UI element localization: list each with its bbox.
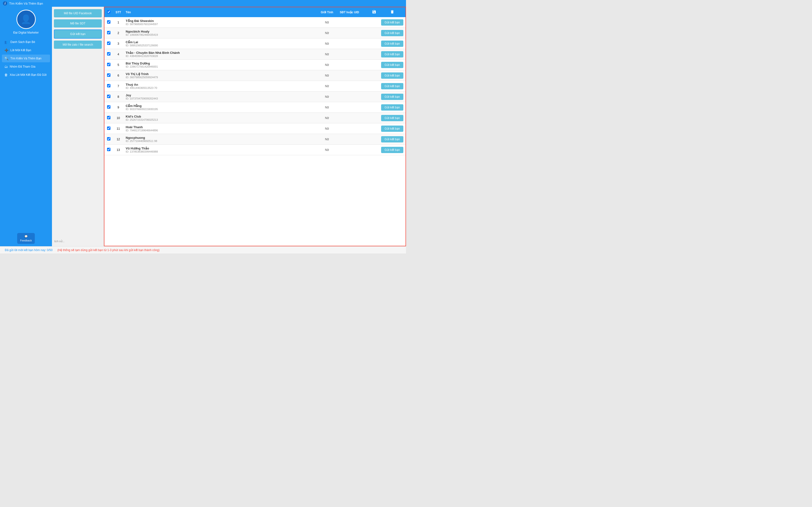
row-checkbox[interactable]: [107, 105, 110, 109]
row-name-cell: Cẩm Hằng ID: 9033766830215830195: [124, 102, 316, 113]
row-save-cell: [369, 145, 379, 155]
row-action-cell[interactable]: Gửi kết bạn: [379, 49, 406, 60]
row-checkbox-cell[interactable]: [104, 70, 113, 81]
open-sdt-button[interactable]: Mở file SDT: [54, 19, 102, 27]
send-friend-row-button[interactable]: Gửi kết bạn: [381, 51, 403, 57]
send-friend-row-button[interactable]: Gửi kết bạn: [381, 72, 403, 79]
table-wrapper[interactable]: STT Tên Giới Tính SĐT hoặc UID: [104, 7, 406, 246]
row-gender: Nữ: [316, 81, 338, 92]
sidebar-item-friends-list[interactable]: 👥 Danh Sách Bạn Bè: [2, 38, 50, 46]
sidebar-item-joined-groups[interactable]: 🗂 Nhóm Đã Tham Gia: [2, 63, 50, 70]
row-checkbox-cell[interactable]: [104, 28, 113, 38]
row-name-cell: Võ Thị Lệ Trinh ID: 3607985625059924479: [124, 70, 316, 81]
row-gender: Nữ: [316, 123, 338, 134]
row-checkbox-cell[interactable]: [104, 17, 113, 28]
row-action-cell[interactable]: Gửi kết bạn: [379, 38, 406, 49]
row-checkbox-cell[interactable]: [104, 113, 113, 123]
row-checkbox[interactable]: [107, 148, 110, 151]
row-sdt: [338, 92, 369, 102]
row-checkbox-cell[interactable]: [104, 49, 113, 60]
open-uid-button[interactable]: Mở file UID Facebook: [54, 9, 102, 17]
row-gender: Nữ: [316, 60, 338, 70]
row-action-cell[interactable]: Gửi kết bạn: [379, 81, 406, 92]
sidebar-item-find-friends[interactable]: 🔍 Tìm Kiếm Và Thêm Bạn: [2, 55, 50, 62]
sidebar-nav: 👥 Danh Sách Bạn Bè ➕ Lời Mời Kết Bạn 🔍 T…: [0, 38, 52, 79]
row-save-cell: [369, 60, 379, 70]
row-gender: Nữ: [316, 28, 338, 38]
row-uid: ID: 3607985625059924479: [126, 76, 314, 79]
friends-list-icon: 👥: [4, 40, 8, 44]
row-save-cell: [369, 17, 379, 28]
table-row: 2 Ngocbich Hoaly ID: 1060067962466435419…: [104, 28, 406, 38]
row-sdt: [338, 49, 369, 60]
row-action-cell[interactable]: Gửi kết bạn: [379, 92, 406, 102]
send-friend-button[interactable]: Gửi kết bạn: [54, 30, 102, 39]
row-checkbox-cell[interactable]: [104, 38, 113, 49]
row-action-cell[interactable]: Gửi kết bạn: [379, 113, 406, 123]
row-sdt: [338, 123, 369, 134]
row-stt: 4: [113, 49, 124, 60]
row-checkbox[interactable]: [107, 95, 110, 98]
row-checkbox[interactable]: [107, 63, 110, 66]
row-sdt: [338, 28, 369, 38]
row-name-cell: Thảo - Chuyên Bán Nhà Bình Chánh ID: 438…: [124, 49, 316, 60]
row-checkbox-cell[interactable]: [104, 102, 113, 113]
row-checkbox-cell[interactable]: [104, 81, 113, 92]
send-friend-row-button[interactable]: Gửi kết bạn: [381, 136, 403, 143]
sidebar-item-cancel-invites[interactable]: 🗑 Xóa Lời Mời Kết Bạn Đã Gửi: [2, 71, 50, 79]
row-action-cell[interactable]: Gửi kết bạn: [379, 70, 406, 81]
row-checkbox[interactable]: [107, 52, 110, 56]
row-action-cell[interactable]: Gửi kết bạn: [379, 17, 406, 28]
send-friend-row-button[interactable]: Gửi kết bạn: [381, 125, 403, 132]
row-checkbox[interactable]: [107, 42, 110, 45]
send-friend-row-button[interactable]: Gửi kết bạn: [381, 147, 403, 153]
send-friend-row-button[interactable]: Gửi kết bạn: [381, 94, 403, 100]
find-friends-icon: 🔍: [4, 56, 8, 60]
send-friend-row-button[interactable]: Gửi kết bạn: [381, 19, 403, 25]
row-action-cell[interactable]: Gửi kết bạn: [379, 102, 406, 113]
open-zalo-button[interactable]: Mở file zalo / file search: [54, 41, 102, 49]
row-checkbox[interactable]: [107, 137, 110, 140]
row-name: Thuý An: [126, 83, 314, 87]
table-header-row: STT Tên Giới Tính SĐT hoặc UID: [104, 7, 406, 17]
send-friend-row-button[interactable]: Gửi kết bạn: [381, 41, 403, 47]
send-friend-row-button[interactable]: Gửi kết bạn: [381, 104, 403, 111]
feedback-button[interactable]: 💬 Feedback: [17, 233, 35, 244]
row-sdt: [338, 102, 369, 113]
send-friend-row-button[interactable]: Gửi kết bạn: [381, 83, 403, 89]
row-stt: 6: [113, 70, 124, 81]
row-action-cell[interactable]: Gửi kết bạn: [379, 28, 406, 38]
row-checkbox-cell[interactable]: [104, 60, 113, 70]
row-sdt: [338, 145, 369, 155]
row-checkbox-cell[interactable]: [104, 134, 113, 145]
send-friend-row-button[interactable]: Gửi kết bạn: [381, 30, 403, 36]
row-checkbox[interactable]: [107, 126, 110, 130]
row-stt: 13: [113, 145, 124, 155]
row-action-cell[interactable]: Gửi kết bạn: [379, 134, 406, 145]
row-checkbox[interactable]: [107, 84, 110, 88]
username: Đại Digital Marketer: [13, 31, 39, 34]
trash-icon: [390, 10, 394, 14]
select-all-checkbox[interactable]: [107, 10, 110, 13]
row-action-cell[interactable]: Gửi kết bạn: [379, 123, 406, 134]
table-row: 4 Thảo - Chuyên Bán Nhà Bình Chánh ID: 4…: [104, 49, 406, 60]
row-checkbox-cell[interactable]: [104, 145, 113, 155]
send-friend-row-button[interactable]: Gửi kết bạn: [381, 62, 403, 68]
row-action-cell[interactable]: Gửi kết bạn: [379, 60, 406, 70]
row-action-cell[interactable]: Gửi kết bạn: [379, 145, 406, 155]
row-checkbox[interactable]: [107, 73, 110, 77]
header-checkbox-cell[interactable]: [104, 7, 113, 17]
send-friend-row-button[interactable]: Gửi kết bạn: [381, 115, 403, 121]
row-save-cell: [369, 49, 379, 60]
row-checkbox[interactable]: [107, 31, 110, 34]
feedback-label: Feedback: [20, 239, 32, 242]
row-checkbox-cell[interactable]: [104, 92, 113, 102]
row-gender: Nữ: [316, 49, 338, 60]
row-checkbox[interactable]: [107, 20, 110, 24]
row-checkbox[interactable]: [107, 116, 110, 119]
row-uid: ID: 1073704759009202443: [126, 97, 314, 100]
sidebar-item-friend-invite[interactable]: ➕ Lời Mời Kết Bạn: [2, 46, 50, 54]
row-checkbox-cell[interactable]: [104, 123, 113, 134]
row-gender: Nữ: [316, 38, 338, 49]
row-name: Cẩm Lai: [126, 40, 314, 44]
